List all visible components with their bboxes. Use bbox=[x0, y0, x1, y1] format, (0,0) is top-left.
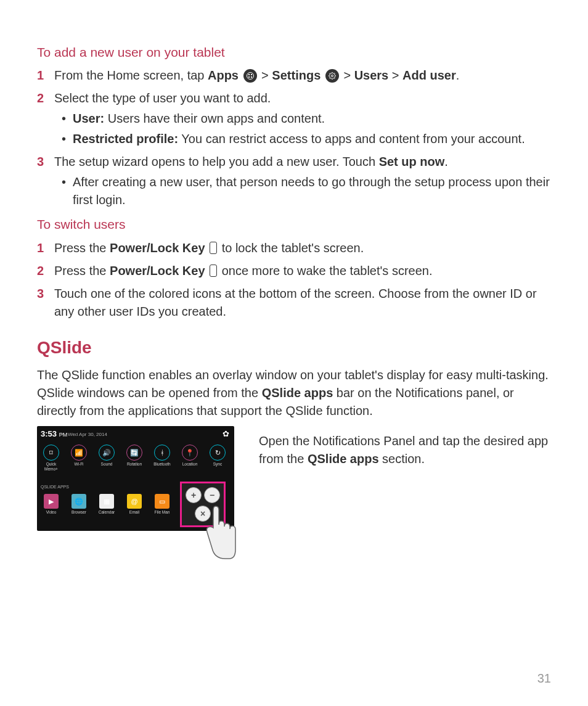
text: The setup wizard opens to help you add a… bbox=[54, 155, 379, 168]
gear-icon: ✿ bbox=[223, 429, 229, 440]
switch-users-steps: 1 Press the Power/Lock Key to lock the t… bbox=[37, 239, 551, 321]
toggle-icon: 🔊 bbox=[99, 445, 115, 461]
text: section. bbox=[379, 452, 425, 466]
quick-setting-item: ↻Sync bbox=[207, 445, 228, 470]
step-number: 3 bbox=[37, 285, 44, 303]
text: > bbox=[261, 68, 272, 82]
text: You can restrict access to apps and cont… bbox=[178, 132, 525, 146]
toggle-icon: 📶 bbox=[71, 445, 87, 461]
qslide-app-item: ▦Calendar bbox=[96, 494, 117, 514]
text: . bbox=[456, 68, 460, 82]
page-number: 31 bbox=[537, 670, 551, 688]
toggle-label: Location bbox=[182, 462, 198, 466]
step-number: 2 bbox=[37, 89, 44, 107]
qslide-app-item: @Email bbox=[124, 494, 145, 514]
app-label: Email bbox=[129, 510, 139, 514]
add-user-steps: 1 From the Home screen, tap Apps > Setti… bbox=[37, 67, 551, 209]
step-number: 1 bbox=[37, 239, 44, 257]
plus-icon: + bbox=[186, 487, 202, 503]
list-item: 1 From the Home screen, tap Apps > Setti… bbox=[37, 67, 551, 84]
app-icon: 🌐 bbox=[71, 494, 86, 509]
toggle-label: Sound bbox=[101, 462, 113, 466]
time-value: 3:53 bbox=[41, 429, 57, 438]
qslide-intro: The QSlide function enables an overlay w… bbox=[37, 366, 551, 420]
step-number: 2 bbox=[37, 262, 44, 280]
text: Select the type of user you want to add. bbox=[54, 91, 271, 105]
time-ampm: PM bbox=[59, 432, 68, 438]
list-item: 2 Select the type of user you want to ad… bbox=[37, 89, 551, 148]
quick-setting-item: ⌑Quick Memo+ bbox=[41, 445, 62, 470]
notification-panel-screenshot: 3:53 PM Wed Apr 30, 2014 ✿ ⌑Quick Memo+📶… bbox=[37, 426, 234, 531]
toggle-label: Sync bbox=[213, 462, 222, 466]
qslide-app-item: ▶Video bbox=[41, 494, 62, 514]
qslide-popup-highlight: + − × bbox=[180, 482, 226, 527]
text: Press the bbox=[54, 241, 110, 255]
app-label: Browser bbox=[71, 510, 86, 514]
qslide-app-item: 🌐Browser bbox=[68, 494, 89, 514]
apps-icon bbox=[243, 69, 257, 83]
list-item: 1 Press the Power/Lock Key to lock the t… bbox=[37, 239, 551, 257]
date-text: Wed Apr 30, 2014 bbox=[68, 431, 107, 438]
clock-time: 3:53 PM bbox=[41, 429, 67, 440]
toggle-icon: ⌑ bbox=[43, 445, 59, 461]
svg-point-0 bbox=[331, 75, 333, 77]
toggle-label: Wi-Fi bbox=[74, 462, 83, 466]
text: > bbox=[343, 68, 354, 82]
minus-icon: − bbox=[204, 487, 220, 503]
quick-setting-item: 📶Wi-Fi bbox=[68, 445, 89, 470]
bullet-item: After creating a new user, that person n… bbox=[62, 173, 551, 209]
text-bold: QSlide apps bbox=[262, 386, 333, 400]
app-label: File Man bbox=[155, 510, 170, 514]
quick-setting-item: ᚼBluetooth bbox=[152, 445, 173, 470]
toggle-label: Quick Memo+ bbox=[41, 462, 62, 470]
list-item: 2 Press the Power/Lock Key once more to … bbox=[37, 262, 551, 280]
text: Users have their own apps and content. bbox=[104, 112, 325, 125]
qslide-apps-label: QSLIDE APPS bbox=[41, 484, 69, 490]
power-key-icon bbox=[210, 242, 217, 254]
app-icon: ▦ bbox=[99, 494, 114, 509]
bullet-item: Restricted profile: You can restrict acc… bbox=[62, 130, 551, 148]
power-key-icon bbox=[210, 265, 217, 277]
text: once more to wake the tablet's screen. bbox=[222, 264, 433, 277]
qslide-side-text: Open the Notifications Panel and tap the… bbox=[259, 426, 551, 468]
list-item: 3 Touch one of the colored icons at the … bbox=[37, 285, 551, 321]
section-heading-qslide: QSlide bbox=[37, 335, 551, 361]
toggle-icon: ↻ bbox=[210, 445, 226, 461]
quick-setting-item: 🔄Rotation bbox=[124, 445, 145, 470]
close-icon: × bbox=[195, 506, 211, 522]
app-icon: @ bbox=[127, 494, 142, 509]
toggle-label: Bluetooth bbox=[153, 462, 170, 466]
text-bold: Set up now bbox=[379, 155, 445, 168]
text-bold: QSlide apps bbox=[308, 452, 379, 466]
toggle-icon: ᚼ bbox=[154, 445, 170, 461]
quick-setting-item: 📍Location bbox=[179, 445, 200, 470]
section-heading-add-user: To add a new user on your tablet bbox=[37, 43, 551, 62]
app-label: Calendar bbox=[99, 510, 115, 514]
text-bold: Power/Lock Key bbox=[110, 264, 205, 277]
text-bold: Settings bbox=[272, 68, 321, 82]
text: > bbox=[392, 68, 402, 82]
text-bold: Apps bbox=[208, 68, 239, 82]
app-icon: ▶ bbox=[44, 494, 59, 509]
app-label: Video bbox=[46, 510, 57, 514]
gear-icon bbox=[325, 69, 339, 83]
text-bold: User: bbox=[73, 112, 104, 125]
quick-setting-item: 🔊Sound bbox=[96, 445, 117, 470]
step-number: 3 bbox=[37, 153, 44, 171]
text-bold: Restricted profile: bbox=[73, 132, 178, 146]
step-number: 1 bbox=[37, 67, 44, 84]
text: . bbox=[444, 155, 448, 168]
qslide-app-item: ▭File Man bbox=[152, 494, 173, 514]
text-bold: Users bbox=[354, 68, 389, 82]
section-heading-switch-users: To switch users bbox=[37, 215, 551, 234]
text-bold: Power/Lock Key bbox=[110, 241, 205, 255]
toggle-icon: 📍 bbox=[182, 445, 198, 461]
text: From the Home screen, tap bbox=[54, 68, 208, 82]
text: to lock the tablet's screen. bbox=[222, 241, 364, 255]
bullet-item: User: Users have their own apps and cont… bbox=[62, 110, 551, 128]
text-bold: Add user bbox=[402, 68, 456, 82]
toggle-label: Rotation bbox=[127, 462, 142, 466]
text: Press the bbox=[54, 264, 110, 277]
text: Touch one of the colored icons at the bo… bbox=[54, 287, 537, 318]
toggle-icon: 🔄 bbox=[126, 445, 142, 461]
